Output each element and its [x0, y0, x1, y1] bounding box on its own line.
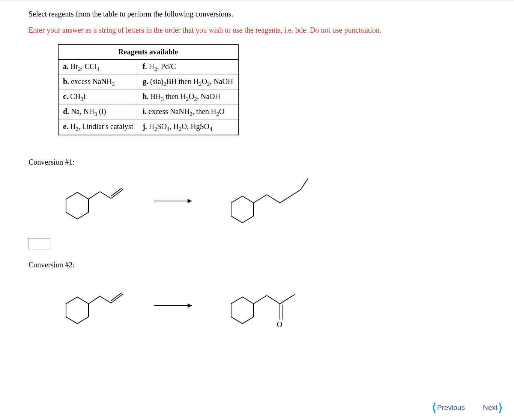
svg-marker-19 — [231, 297, 254, 324]
reagent-cell: a. Br2, CCl4 — [58, 60, 138, 75]
conversion2-label: Conversion #2: — [29, 261, 506, 269]
svg-line-8 — [254, 195, 267, 203]
conv2-product-structure: O — [216, 274, 314, 336]
svg-line-10 — [280, 190, 301, 203]
svg-line-22 — [280, 294, 295, 304]
conv2-start-structure — [51, 278, 134, 332]
svg-marker-12 — [66, 297, 89, 324]
reagent-cell: g. (sia)2BH then H2O2, NaOH — [138, 75, 238, 90]
svg-line-11 — [301, 178, 308, 190]
table-header: Reagents available — [58, 44, 238, 60]
svg-line-4 — [111, 188, 122, 196]
instruction-text: Enter your answer as a string of letters… — [29, 25, 426, 36]
svg-line-2 — [100, 192, 111, 198]
reagent-cell: b. excess NaNH2 — [58, 75, 138, 90]
table-row: b. excess NaNH2 g. (sia)2BH then H2O2, N… — [58, 75, 238, 90]
reagents-table: Reagents available a. Br2, CCl4 f. H2, P… — [58, 44, 239, 135]
svg-line-3 — [111, 189, 123, 198]
svg-line-1 — [89, 192, 100, 199]
reagent-cell: h. BH3 then H2O2, NaOH — [138, 90, 238, 105]
svg-marker-7 — [231, 196, 254, 223]
reagent-cell: d. Na, NH3 (l) — [58, 105, 138, 120]
svg-line-15 — [111, 294, 123, 303]
conversion1-answer-input[interactable] — [29, 238, 51, 249]
table-row: a. Br2, CCl4 f. H2, Pd/C — [58, 60, 238, 75]
table-row: d. Na, NH3 (l) i. excess NaNH2, then H2O — [58, 105, 238, 120]
reagent-cell: e. H2, Lindlar's catalyst — [58, 120, 138, 135]
svg-text:O: O — [277, 320, 282, 328]
table-row: c. CH3I h. BH3 then H2O2, NaOH — [58, 90, 238, 105]
svg-line-16 — [111, 293, 122, 301]
reagent-cell: c. CH3I — [58, 90, 138, 105]
svg-line-20 — [254, 296, 267, 304]
conv1-start-structure — [51, 173, 134, 227]
svg-marker-6 — [188, 199, 192, 203]
svg-marker-18 — [188, 303, 192, 308]
reaction-arrow-icon — [149, 300, 201, 314]
reagent-cell: f. H2, Pd/C — [138, 60, 238, 75]
svg-marker-0 — [66, 192, 89, 219]
table-row: e. H2, Lindlar's catalyst j. H2SO4, H2O,… — [58, 120, 238, 135]
conv1-product-structure — [216, 171, 329, 229]
conversion2-scheme: O — [51, 274, 506, 336]
reaction-arrow-icon — [149, 195, 201, 209]
reagent-cell: i. excess NaNH2, then H2O — [138, 105, 238, 120]
svg-line-13 — [89, 296, 100, 304]
svg-line-14 — [100, 296, 111, 303]
svg-line-9 — [267, 195, 280, 203]
conversion1-scheme — [51, 171, 506, 229]
conversion1-label: Conversion #1: — [29, 158, 506, 166]
reagent-cell: j. H2SO4, H2O, HgSO4 — [138, 120, 238, 135]
svg-line-21 — [267, 296, 280, 304]
question-text: Select reagents from the table to perfor… — [29, 9, 506, 20]
